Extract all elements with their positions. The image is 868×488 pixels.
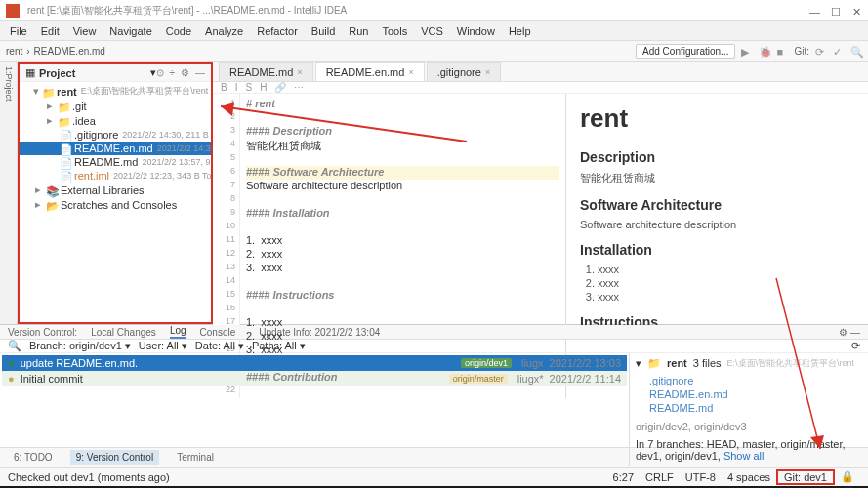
- menu-analyze[interactable]: Analyze: [199, 23, 249, 39]
- chevron-right-icon: ›: [26, 46, 29, 57]
- preview-h1: rent: [580, 103, 854, 134]
- menu-help[interactable]: Help: [503, 23, 537, 39]
- stop-icon[interactable]: ■: [776, 46, 788, 58]
- collapse-icon[interactable]: ▦: [25, 66, 35, 79]
- menu-tools[interactable]: Tools: [376, 23, 413, 39]
- menu-run[interactable]: Run: [343, 23, 374, 39]
- breadcrumb-file[interactable]: README.en.md: [34, 46, 105, 57]
- more-icon[interactable]: ⋯: [294, 82, 304, 93]
- project-panel: ▦ Project ▾ ⊙ ÷ ⚙ — ▾📁rentE:\桌面\智能化共享租赁平…: [18, 62, 213, 324]
- run-icon[interactable]: ▶: [741, 46, 753, 58]
- link-icon[interactable]: 🔗: [274, 82, 286, 93]
- collapse-all-icon[interactable]: ÷: [170, 67, 176, 78]
- tree-root[interactable]: ▾📁rentE:\桌面\智能化共享租赁平台\rent: [20, 84, 211, 99]
- user-filter[interactable]: User: All ▾: [139, 340, 187, 352]
- search-icon[interactable]: 🔍: [850, 46, 862, 58]
- tab-todo[interactable]: 6: TODO: [8, 450, 59, 465]
- add-configuration-button[interactable]: Add Configuration...: [636, 44, 735, 59]
- vcs-tab-console[interactable]: Console: [200, 327, 236, 338]
- vcs-tab-log[interactable]: Log: [170, 325, 186, 339]
- strike-icon[interactable]: S: [245, 82, 252, 93]
- breadcrumb: rent › README.en.md: [6, 46, 636, 57]
- expand-icon[interactable]: ▾: [636, 357, 641, 370]
- tree-git[interactable]: ▸📁.git: [20, 99, 211, 113]
- code-editor[interactable]: # rent #### Description 智能化租赁商城 #### Sof…: [240, 94, 565, 398]
- search-icon[interactable]: 🔍: [8, 340, 21, 352]
- tree-gitignore[interactable]: 📄.gitignore2021/2/2 14:30, 211 B Moments…: [20, 128, 211, 142]
- tab-gitignore[interactable]: .gitignore×: [427, 62, 502, 81]
- close-icon[interactable]: ×: [485, 67, 490, 77]
- branch-filter[interactable]: Branch: origin/dev1 ▾: [29, 340, 131, 352]
- gear-icon[interactable]: ⚙ —: [839, 327, 860, 338]
- editor-toolbar: B I S H 🔗 ⋯: [213, 82, 868, 94]
- left-rail: 1:Project: [0, 62, 18, 324]
- gear-icon[interactable]: ⚙: [181, 67, 189, 78]
- commit-details: ▾ 📁 rent 3 files E:\桌面\智能化共享租赁平台\rent .g…: [629, 353, 868, 466]
- close-icon[interactable]: ✕: [852, 6, 862, 16]
- vcs-title: Version Control:: [8, 327, 77, 338]
- changed-file[interactable]: .gitignore: [636, 374, 862, 387]
- panel-title: Project: [39, 67, 150, 79]
- close-icon[interactable]: ×: [297, 67, 302, 77]
- toolbar: rent › README.en.md Add Configuration...…: [0, 41, 868, 62]
- git-branch[interactable]: Git: dev1: [776, 469, 835, 485]
- tab-readme[interactable]: README.md×: [219, 62, 313, 81]
- tree-readme-en[interactable]: 📄README.en.md2021/2/2 14:30, 859 B 3 min…: [20, 142, 211, 155]
- debug-icon[interactable]: 🐞: [759, 46, 770, 58]
- hide-icon[interactable]: —: [195, 67, 205, 78]
- preview-desc-text: 智能化租赁商城: [580, 171, 854, 185]
- show-all-link[interactable]: Show all: [723, 450, 765, 462]
- git-label: Git:: [794, 46, 809, 57]
- italic-icon[interactable]: I: [235, 82, 238, 93]
- tree-readme[interactable]: 📄README.md2021/2/2 13:57, 964 B Moments …: [20, 155, 211, 169]
- encoding[interactable]: UTF-8: [680, 471, 722, 483]
- branch-tags: origin/dev2, origin/dev3: [636, 421, 862, 432]
- indent[interactable]: 4 spaces: [722, 471, 776, 483]
- system-tray[interactable]: 中▲ 14:30 周二2021/2/2: [780, 485, 864, 489]
- tab-readme-en[interactable]: README.en.md×: [315, 62, 425, 81]
- preview-arch-h: Software Architecture: [580, 197, 854, 213]
- tree-ext-libs[interactable]: ▸📚External Libraries: [20, 183, 211, 197]
- git-update-icon[interactable]: ⟳: [815, 46, 827, 58]
- menu-file[interactable]: File: [4, 23, 33, 39]
- tree-scratches[interactable]: ▸📂Scratches and Consoles: [20, 197, 211, 212]
- git-commit-icon[interactable]: ✓: [833, 46, 845, 58]
- changed-file[interactable]: README.en.md: [636, 387, 862, 401]
- date-filter[interactable]: Date: All ▾: [195, 340, 244, 352]
- statusbar: Checked out dev1 (moments ago) 6:27 CRLF…: [0, 467, 868, 486]
- tab-terminal[interactable]: Terminal: [171, 450, 220, 465]
- maximize-icon[interactable]: ☐: [831, 6, 841, 16]
- changed-file[interactable]: README.md: [636, 401, 862, 415]
- refresh-icon[interactable]: ⟳: [851, 340, 860, 352]
- tree-idea[interactable]: ▸📁.idea: [20, 113, 211, 128]
- menu-build[interactable]: Build: [306, 23, 341, 39]
- menu-code[interactable]: Code: [160, 23, 197, 39]
- status-message: Checked out dev1 (moments ago): [8, 471, 607, 483]
- tree-iml[interactable]: 📄rent.iml2021/2/2 12:23, 343 B Today 13:…: [20, 169, 211, 183]
- menu-vcs[interactable]: VCS: [415, 23, 449, 39]
- breadcrumb-root[interactable]: rent: [6, 46, 22, 57]
- line-sep[interactable]: CRLF: [640, 471, 680, 483]
- tab-version-control[interactable]: 9: Version Control: [70, 450, 160, 465]
- vcs-tab-local[interactable]: Local Changes: [91, 327, 156, 338]
- titlebar: rent [E:\桌面\智能化共享租赁平台\rent] - ...\README…: [0, 0, 868, 21]
- folder-icon: 📁: [647, 357, 661, 370]
- bold-icon[interactable]: B: [221, 82, 227, 93]
- menu-refactor[interactable]: Refactor: [251, 23, 304, 39]
- editor-tabs: README.md× README.en.md× .gitignore×: [213, 62, 868, 82]
- target-icon[interactable]: ⊙: [156, 67, 164, 78]
- app-icon: [6, 4, 20, 18]
- project-tool-tab[interactable]: 1:Project: [4, 66, 14, 102]
- list-item: xxxx: [598, 264, 854, 275]
- lock-icon[interactable]: 🔒: [835, 470, 860, 483]
- cursor-pos[interactable]: 6:27: [607, 471, 640, 483]
- list-item: xxxx: [598, 277, 854, 289]
- header-icon[interactable]: H: [260, 82, 267, 93]
- close-icon[interactable]: ×: [408, 67, 413, 77]
- menu-navigate[interactable]: Navigate: [103, 23, 157, 39]
- preview-arch-text: Software architecture description: [580, 219, 854, 230]
- menu-edit[interactable]: Edit: [35, 23, 65, 39]
- menu-window[interactable]: Window: [451, 23, 501, 39]
- menu-view[interactable]: View: [67, 23, 103, 39]
- minimize-icon[interactable]: —: [809, 6, 819, 16]
